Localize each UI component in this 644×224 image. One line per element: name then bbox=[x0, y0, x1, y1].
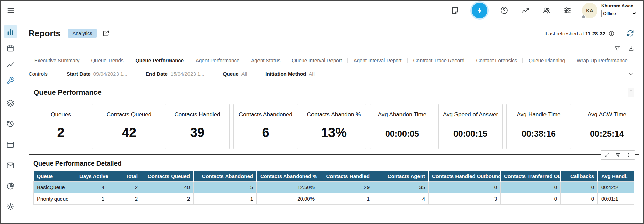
tab-queue-trends[interactable]: Queue Trends bbox=[85, 54, 129, 67]
table-cell: 0 bbox=[429, 182, 501, 193]
sidebar-item-bar-chart[interactable] bbox=[4, 25, 17, 38]
filter-start-date[interactable]: Start Date09/04/2023 1... bbox=[67, 71, 127, 77]
sidebar-item-gear[interactable] bbox=[4, 200, 17, 213]
table-cell: 1 bbox=[76, 193, 108, 205]
column-header-contacts-abandoned[interactable]: Contacts Abandoned % bbox=[257, 171, 318, 182]
analytics-badge: Analytics bbox=[68, 29, 96, 38]
metrics-icon[interactable] bbox=[521, 6, 530, 15]
mail-icon bbox=[6, 161, 15, 170]
tab-agent-status[interactable]: Agent Status bbox=[245, 54, 286, 67]
tab-contract-trace-record[interactable]: Contract Trace Record bbox=[408, 54, 470, 67]
tab-agent-performance[interactable]: Agent Performance bbox=[190, 54, 245, 67]
tab-contact-forensics[interactable]: Contact Forensics bbox=[470, 54, 523, 67]
menu-icon[interactable] bbox=[7, 6, 15, 15]
sliders-icon[interactable] bbox=[563, 6, 572, 15]
users-icon[interactable] bbox=[542, 6, 551, 15]
tab-executive-summary[interactable]: Executive Summary bbox=[29, 54, 85, 67]
expand-icon[interactable] bbox=[605, 152, 610, 158]
column-header-total[interactable]: Total bbox=[108, 171, 141, 182]
table-cell: 12.50% bbox=[257, 182, 318, 193]
kpi-card-avg-handle-time: Avg Handle Time00:38:16 bbox=[506, 104, 571, 149]
last-refreshed-label: Last refreshed at bbox=[545, 31, 584, 36]
chevron-down-icon[interactable] bbox=[627, 70, 634, 78]
kpi-card-queues: Queues2 bbox=[29, 104, 93, 149]
filter-value: 15/04/2023 1... bbox=[171, 71, 204, 77]
status-dot bbox=[581, 15, 586, 19]
kpi-value: 6 bbox=[235, 125, 296, 140]
table-cell: 2 bbox=[141, 193, 194, 205]
tools-icon bbox=[6, 76, 15, 85]
kpi-card-avg-speed-of-answer: Avg Speed of Answer00:00:15 bbox=[438, 104, 503, 149]
window-icon bbox=[6, 140, 15, 149]
table-cell: 00:01:1 bbox=[598, 193, 635, 205]
column-header-contacts-tranferred-out[interactable]: Contacts Tranferred Out bbox=[501, 171, 561, 182]
table-row-basicqueue[interactable]: BasicQueue4240512.50%293500000:42:2 bbox=[34, 182, 635, 193]
table-cell: 35 bbox=[373, 182, 429, 193]
sidebar-item-mail[interactable] bbox=[4, 158, 17, 172]
calendar-icon bbox=[6, 44, 15, 52]
filter-queue[interactable]: QueueAll bbox=[223, 71, 247, 77]
table-cell: 29 bbox=[318, 182, 373, 193]
column-header-contacts-agent[interactable]: Contacts Agent bbox=[373, 171, 429, 182]
filter-end-date[interactable]: End Date15/04/2023 1... bbox=[146, 71, 204, 77]
filter-label: End Date bbox=[146, 71, 168, 77]
kebab-menu-icon[interactable] bbox=[626, 152, 631, 158]
bar-chart-icon bbox=[6, 28, 15, 36]
panel-filter-icon[interactable] bbox=[615, 152, 621, 158]
column-header-contacts-handled-outbound[interactable]: Contacts Handled Outbound bbox=[429, 171, 501, 182]
info-icon[interactable] bbox=[608, 30, 615, 37]
filter-value: 09/04/2023 1... bbox=[93, 71, 127, 77]
kpi-value: 13% bbox=[303, 125, 364, 140]
refresh-icon[interactable] bbox=[626, 29, 634, 37]
external-link-icon[interactable] bbox=[102, 30, 110, 37]
user-menu[interactable]: KA Khurram Awan Offline bbox=[582, 3, 637, 18]
tab-agent-interval-report[interactable]: Agent Interval Report bbox=[348, 54, 408, 67]
table-cell: 0 bbox=[561, 182, 598, 193]
kpi-card-contacts-handled: Contacts Handled39 bbox=[165, 104, 230, 149]
sidebar-item-window[interactable] bbox=[4, 138, 17, 151]
table-cell: 2 bbox=[108, 193, 141, 205]
table-row-priority-queue[interactable]: Priority queue122120.00%1430000:01:1 bbox=[34, 193, 635, 205]
table-cell: 00:42:2 bbox=[598, 182, 635, 193]
column-header-days-active[interactable]: Days Active bbox=[76, 171, 108, 182]
export-icon[interactable] bbox=[628, 45, 634, 52]
dashboard: Queue Performance Queues2Contacts Queued… bbox=[20, 81, 643, 223]
flash-icon[interactable] bbox=[472, 3, 487, 18]
scroll-spinner-icon[interactable] bbox=[628, 88, 634, 97]
main-content: Reports Analytics Last refreshed at 11:2… bbox=[20, 20, 643, 223]
table-cell: 40 bbox=[141, 182, 194, 193]
status-select[interactable]: Offline bbox=[601, 10, 637, 17]
filter-initiation-method[interactable]: Initiation MethodAll bbox=[265, 71, 315, 77]
sidebar-item-tools[interactable] bbox=[4, 74, 17, 87]
column-header-contacts-abandoned[interactable]: Contacts Abandoned bbox=[194, 171, 257, 182]
sidebar bbox=[1, 20, 20, 223]
report-tabs: Executive SummaryQueue TrendsQueue Perfo… bbox=[29, 54, 634, 67]
layers-icon bbox=[6, 99, 15, 107]
column-header-contacts-queued[interactable]: Contacts Queued bbox=[141, 171, 194, 182]
table-cell: 0 bbox=[561, 193, 598, 205]
column-header-queue[interactable]: Queue bbox=[34, 171, 76, 182]
kpi-card-avg-abandon-time: Avg Abandon Time00:00:05 bbox=[370, 104, 434, 149]
sidebar-item-calendar[interactable] bbox=[4, 41, 17, 55]
sidebar-item-history[interactable] bbox=[4, 117, 17, 131]
line-chart-icon bbox=[6, 60, 15, 69]
column-header-avg-handl[interactable]: Avg Handl. bbox=[598, 171, 635, 182]
help-icon[interactable] bbox=[500, 6, 508, 15]
tab-wrap-up-performance[interactable]: Wrap-Up Performance bbox=[571, 54, 633, 67]
app-body: Reports Analytics Last refreshed at 11:2… bbox=[1, 20, 643, 223]
sidebar-item-layers[interactable] bbox=[4, 96, 17, 110]
notes-icon[interactable] bbox=[451, 6, 459, 15]
sidebar-item-line-chart[interactable] bbox=[4, 57, 17, 71]
filter-icon[interactable] bbox=[614, 45, 621, 52]
tab-queue-performance[interactable]: Queue Performance bbox=[129, 54, 190, 67]
kpi-card-contacts-abandoned: Contacts Abandoned6 bbox=[233, 104, 298, 149]
user-name: Khurram Awan bbox=[601, 3, 637, 8]
tab-queue-planning[interactable]: Queue Planning bbox=[523, 54, 571, 67]
sidebar-item-pie-chart[interactable] bbox=[4, 179, 17, 193]
column-header-contacts-handled[interactable]: Contacts Handled bbox=[318, 171, 373, 182]
column-header-callbacks[interactable]: Callbacks bbox=[561, 171, 598, 182]
kpi-label: Avg Handle Time bbox=[508, 111, 569, 118]
user-meta: Khurram Awan Offline bbox=[601, 3, 637, 17]
tab-queue-interval-report[interactable]: Queue Interval Report bbox=[286, 54, 348, 67]
section-header: Queue Performance bbox=[29, 85, 639, 100]
